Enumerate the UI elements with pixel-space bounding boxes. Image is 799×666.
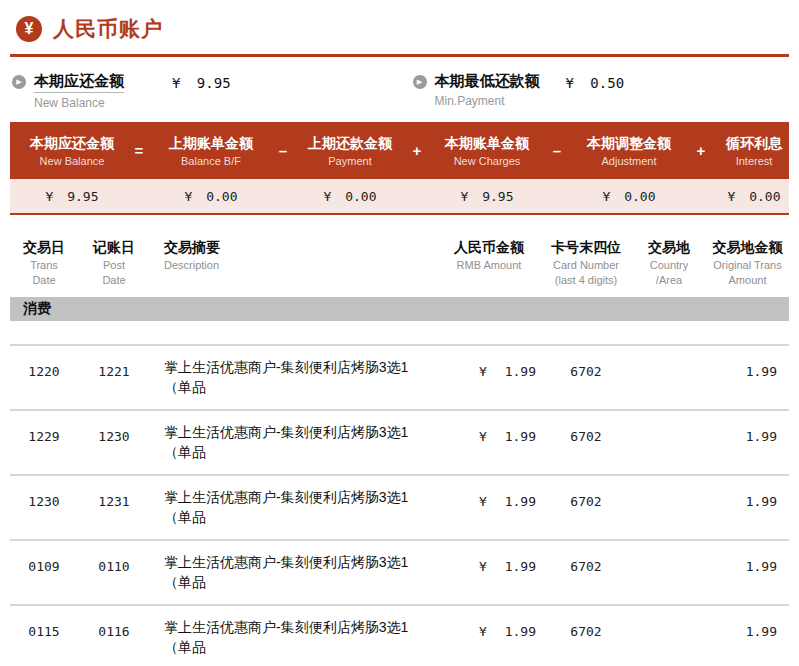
cell-rmb-amount: ¥ 1.99	[438, 617, 540, 639]
operator-minus: –	[272, 142, 294, 159]
cell-trans-date: 1229	[10, 422, 78, 444]
cell-card-last4: 6702	[540, 357, 632, 379]
table-row: 1230 1231 掌上生活优惠商户-集刻便利店烤肠3选1 （单品 ¥ 1.99…	[10, 474, 789, 539]
cell-trans-date: 1220	[10, 357, 78, 379]
cell-country-area	[632, 487, 706, 494]
col-trans-date: 交易日 Trans Date	[10, 239, 78, 287]
operator-plus: +	[690, 142, 712, 159]
cell-original-amount: 1.99	[706, 422, 789, 444]
operator-minus: –	[546, 142, 568, 159]
cell-card-last4: 6702	[540, 617, 632, 639]
formula-values-row: ¥ 9.95 ¥ 0.00 ¥ 0.00 ¥ 9.95 ¥ 0.00 ¥ 0.0…	[10, 179, 789, 215]
value-new-charges: ¥ 9.95	[428, 189, 546, 204]
cell-country-area	[632, 617, 706, 624]
table-row: 1220 1221 掌上生活优惠商户-集刻便利店烤肠3选1 （单品 ¥ 1.99…	[10, 344, 789, 409]
formula-col-new-charges: 本期账单金额 New Charges	[428, 135, 546, 167]
cell-trans-date: 0109	[10, 552, 78, 574]
section-bar-purchases: 消费	[10, 297, 789, 321]
yuan-circle-icon: ¥	[16, 16, 42, 42]
new-balance-label-en: New Balance	[34, 96, 124, 110]
cell-country-area	[632, 357, 706, 364]
table-row: 0109 0110 掌上生活优惠商户-集刻便利店烤肠3选1 （单品 ¥ 1.99…	[10, 539, 789, 604]
statement-page: ¥ 人民币账户 ▶ 本期应还金额 New Balance ¥ 9.95 ▶ 本期…	[0, 0, 799, 666]
cell-post-date: 1231	[78, 487, 150, 509]
transactions-list: 1220 1221 掌上生活优惠商户-集刻便利店烤肠3选1 （单品 ¥ 1.99…	[10, 344, 789, 666]
cell-post-date: 1221	[78, 357, 150, 379]
cell-description: 掌上生活优惠商户-集刻便利店烤肠3选1 （单品	[150, 617, 438, 657]
value-balance-bf: ¥ 0.00	[150, 189, 272, 204]
value-interest: ¥ 0.00	[712, 189, 796, 204]
cell-rmb-amount: ¥ 1.99	[438, 357, 540, 379]
col-country-area: 交易地 Country /Area	[632, 239, 706, 287]
min-payment-label-en: Min.Payment	[435, 94, 540, 108]
cell-trans-date: 0115	[10, 617, 78, 639]
page-header: ¥ 人民币账户	[10, 0, 789, 43]
value-new-balance: ¥ 9.95	[16, 189, 128, 204]
cell-description: 掌上生活优惠商户-集刻便利店烤肠3选1 （单品	[150, 552, 438, 592]
formula-col-new-balance: 本期应还金额 New Balance	[16, 135, 128, 167]
formula-col-adjustment: 本期调整金额 Adjustment	[568, 135, 690, 167]
cell-card-last4: 6702	[540, 487, 632, 509]
cell-rmb-amount: ¥ 1.99	[438, 487, 540, 509]
cell-original-amount: 1.99	[706, 487, 789, 509]
new-balance-value: ¥ 9.95	[172, 75, 231, 91]
col-card-last4: 卡号末四位 Card Number (last 4 digits)	[540, 239, 632, 287]
cell-country-area	[632, 552, 706, 559]
cell-rmb-amount: ¥ 1.99	[438, 422, 540, 444]
cell-country-area	[632, 422, 706, 429]
value-adjustment: ¥ 0.00	[568, 189, 690, 204]
cell-description: 掌上生活优惠商户-集刻便利店烤肠3选1 （单品	[150, 422, 438, 462]
table-row: 1229 1230 掌上生活优惠商户-集刻便利店烤肠3选1 （单品 ¥ 1.99…	[10, 409, 789, 474]
cell-original-amount: 1.99	[706, 357, 789, 379]
bullet-arrow-icon: ▶	[12, 75, 26, 89]
page-title: 人民币账户	[53, 15, 163, 43]
min-payment-summary: ▶ 本期最低还款额 Min.Payment ¥ 0.50	[400, 72, 790, 110]
col-rmb-amount: 人民币金额 RMB Amount	[438, 239, 540, 287]
cell-description: 掌上生活优惠商户-集刻便利店烤肠3选1 （单品	[150, 487, 438, 527]
formula-col-interest: 循环利息 Interest	[712, 135, 796, 167]
formula-header-bar: 本期应还金额 New Balance = 上期账单金额 Balance B/F …	[10, 122, 789, 179]
new-balance-summary: ▶ 本期应还金额 New Balance ¥ 9.95	[10, 72, 400, 110]
col-description: 交易摘要 Description	[150, 239, 438, 287]
formula-col-payment: 上期还款金额 Payment	[294, 135, 406, 167]
operator-equals: =	[128, 142, 150, 159]
min-payment-label-cn: 本期最低还款额	[435, 72, 540, 91]
formula-col-balance-bf: 上期账单金额 Balance B/F	[150, 135, 272, 167]
cell-original-amount: 1.99	[706, 617, 789, 639]
transactions-header-row: 交易日 Trans Date 记账日 Post Date 交易摘要 Descri…	[10, 215, 789, 297]
cell-card-last4: 6702	[540, 552, 632, 574]
cell-description: 掌上生活优惠商户-集刻便利店烤肠3选1 （单品	[150, 357, 438, 397]
value-payment: ¥ 0.00	[294, 189, 406, 204]
min-payment-value: ¥ 0.50	[566, 75, 625, 91]
cell-rmb-amount: ¥ 1.99	[438, 552, 540, 574]
col-original-amount: 交易地金额 Original Trans Amount	[706, 239, 789, 287]
cell-card-last4: 6702	[540, 422, 632, 444]
table-row: 0115 0116 掌上生活优惠商户-集刻便利店烤肠3选1 （单品 ¥ 1.99…	[10, 604, 789, 666]
operator-plus: +	[406, 142, 428, 159]
balance-summary: ▶ 本期应还金额 New Balance ¥ 9.95 ▶ 本期最低还款额 Mi…	[10, 57, 789, 122]
cell-trans-date: 1230	[10, 487, 78, 509]
col-post-date: 记账日 Post Date	[78, 239, 150, 287]
cell-post-date: 0116	[78, 617, 150, 639]
bullet-arrow-icon: ▶	[413, 75, 427, 89]
cell-original-amount: 1.99	[706, 552, 789, 574]
new-balance-label-cn: 本期应还金额	[34, 72, 124, 93]
cell-post-date: 0110	[78, 552, 150, 574]
cell-post-date: 1230	[78, 422, 150, 444]
